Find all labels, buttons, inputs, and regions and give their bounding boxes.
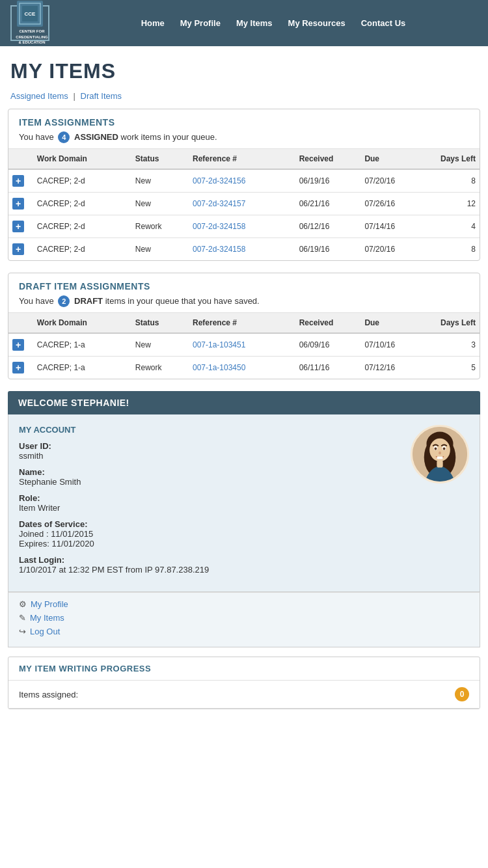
progress-section: MY ITEM WRITING PROGRESS Items assigned:… bbox=[8, 657, 480, 709]
name-field: Name: Stephanie Smith bbox=[19, 467, 400, 487]
expand-button-draft[interactable]: + bbox=[12, 339, 24, 351]
dos-label: Dates of Service: bbox=[19, 519, 400, 529]
reference-link[interactable]: 007-2d-324158 bbox=[193, 222, 245, 231]
my-items-link[interactable]: ✎ My Items bbox=[19, 613, 469, 623]
days-left-cell-draft: 5 bbox=[422, 357, 480, 379]
th-due-draft: Due bbox=[360, 313, 422, 333]
account-info: MY ACCOUNT User ID: ssmith Name: Stephan… bbox=[19, 425, 400, 581]
draft-label: DRAFT bbox=[74, 296, 103, 306]
account-title: MY ACCOUNT bbox=[19, 425, 400, 435]
logo-area: CCE CENTER FORCREDENTIALING& EDUCATION bbox=[10, 5, 56, 41]
reference-cell-draft: 007-1a-103451 bbox=[189, 333, 295, 357]
draft-table-header: Work Domain Status Reference # Received … bbox=[8, 313, 480, 333]
my-profile-link[interactable]: ⚙ My Profile bbox=[19, 599, 469, 609]
assigned-section-subtitle: You have 4 ASSIGNED work items in your q… bbox=[19, 131, 469, 143]
expand-button[interactable]: + bbox=[12, 198, 24, 210]
domain-cell: CACREP; 2-d bbox=[33, 238, 131, 261]
nav-home[interactable]: Home bbox=[141, 18, 165, 28]
nav-my-resources[interactable]: My Resources bbox=[288, 18, 346, 28]
reference-link[interactable]: 007-2d-324157 bbox=[193, 199, 245, 208]
assigned-label: ASSIGNED bbox=[74, 132, 118, 142]
th-reference-draft: Reference # bbox=[189, 313, 295, 333]
breadcrumb-assigned-items[interactable]: Assigned Items bbox=[10, 91, 68, 101]
th-plus bbox=[8, 149, 33, 169]
assigned-items-table: Work Domain Status Reference # Received … bbox=[8, 149, 480, 260]
status-cell: New bbox=[131, 193, 189, 215]
reference-cell: 007-2d-324156 bbox=[189, 169, 295, 193]
expand-button[interactable]: + bbox=[12, 243, 24, 255]
reference-link[interactable]: 007-2d-324158 bbox=[193, 245, 245, 254]
th-work-domain-draft: Work Domain bbox=[33, 313, 131, 333]
role-field: Role: Item Writer bbox=[19, 493, 400, 513]
draft-table-row: + CACREP; 1-a Rework 007-1a-103450 06/11… bbox=[8, 357, 480, 379]
svg-point-11 bbox=[443, 448, 446, 450]
domain-cell: CACREP; 2-d bbox=[33, 193, 131, 215]
svg-rect-13 bbox=[437, 457, 442, 459]
breadcrumb-draft-items[interactable]: Draft Items bbox=[81, 91, 122, 101]
svg-point-12 bbox=[439, 452, 441, 455]
breadcrumb: Assigned Items | Draft Items bbox=[0, 88, 488, 109]
draft-section-title: DRAFT ITEM ASSIGNMENTS bbox=[19, 281, 469, 292]
main-content: ITEM ASSIGNMENTS You have 4 ASSIGNED wor… bbox=[0, 109, 488, 379]
assigned-items-section: ITEM ASSIGNMENTS You have 4 ASSIGNED wor… bbox=[8, 109, 480, 261]
th-reference: Reference # bbox=[189, 149, 295, 169]
name-value: Stephanie Smith bbox=[19, 477, 400, 487]
user-id-field: User ID: ssmith bbox=[19, 441, 400, 461]
expand-button[interactable]: + bbox=[12, 175, 24, 187]
nav-contact-us[interactable]: Contact Us bbox=[361, 18, 406, 28]
due-cell: 07/20/16 bbox=[360, 238, 422, 261]
reference-link-draft[interactable]: 007-1a-103451 bbox=[193, 340, 245, 349]
draft-items-section: DRAFT ITEM ASSIGNMENTS You have 2 DRAFT … bbox=[8, 273, 480, 379]
progress-title: MY ITEM WRITING PROGRESS bbox=[8, 657, 480, 681]
days-left-cell: 8 bbox=[422, 238, 480, 261]
svg-point-10 bbox=[435, 448, 437, 450]
draft-section-header: DRAFT ITEM ASSIGNMENTS You have 2 DRAFT … bbox=[8, 273, 480, 313]
received-cell-draft: 06/11/16 bbox=[295, 357, 361, 379]
assigned-table-header: Work Domain Status Reference # Received … bbox=[8, 149, 480, 169]
reference-link[interactable]: 007-2d-324156 bbox=[193, 176, 245, 185]
expand-button-draft[interactable]: + bbox=[12, 362, 24, 373]
due-cell: 07/20/16 bbox=[360, 169, 422, 193]
draft-table-row: + CACREP; 1-a New 007-1a-103451 06/09/16… bbox=[8, 333, 480, 357]
logout-link[interactable]: ↪ Log Out bbox=[19, 627, 469, 636]
breadcrumb-separator: | bbox=[74, 91, 75, 101]
account-block: MY ACCOUNT User ID: ssmith Name: Stephan… bbox=[8, 414, 480, 647]
welcome-banner: WELCOME STEPHANIE! bbox=[8, 391, 480, 414]
plus-cell: + bbox=[8, 238, 33, 261]
role-label: Role: bbox=[19, 493, 400, 503]
due-cell: 07/14/16 bbox=[360, 215, 422, 238]
account-links: ⚙ My Profile ✎ My Items ↪ Log Out bbox=[8, 592, 480, 647]
days-left-cell: 12 bbox=[422, 193, 480, 215]
logo-box: CCE CENTER FORCREDENTIALING& EDUCATION bbox=[10, 5, 49, 41]
welcome-text: WELCOME STEPHANIE! bbox=[18, 398, 129, 408]
th-status-draft: Status bbox=[131, 313, 189, 333]
plus-cell: + bbox=[8, 169, 33, 193]
plus-cell: + bbox=[8, 193, 33, 215]
reference-link-draft[interactable]: 007-1a-103450 bbox=[193, 363, 245, 372]
last-login-field: Last Login: 1/10/2017 at 12:32 PM EST fr… bbox=[19, 555, 400, 575]
items-assigned-value: 0 bbox=[455, 687, 469, 701]
logo-icon: CCE bbox=[17, 1, 43, 27]
role-value: Item Writer bbox=[19, 503, 400, 513]
days-left-cell-draft: 3 bbox=[422, 333, 480, 357]
name-label: Name: bbox=[19, 467, 400, 477]
domain-cell-draft: CACREP; 1-a bbox=[33, 357, 131, 379]
avatar bbox=[411, 425, 469, 483]
th-plus-draft bbox=[8, 313, 33, 333]
th-days-left: Days Left bbox=[422, 149, 480, 169]
nav-my-items[interactable]: My Items bbox=[236, 18, 273, 28]
due-cell: 07/26/16 bbox=[360, 193, 422, 215]
status-cell-draft: Rework bbox=[131, 357, 189, 379]
last-login-value: 1/10/2017 at 12:32 PM EST from IP 97.87.… bbox=[19, 565, 400, 575]
assigned-section-header: ITEM ASSIGNMENTS You have 4 ASSIGNED wor… bbox=[8, 109, 480, 149]
header: CCE CENTER FORCREDENTIALING& EDUCATION H… bbox=[0, 0, 488, 46]
th-work-domain: Work Domain bbox=[33, 149, 131, 169]
avatar-image bbox=[413, 425, 467, 483]
expand-button[interactable]: + bbox=[12, 221, 24, 232]
user-id-label: User ID: bbox=[19, 441, 400, 451]
th-received: Received bbox=[295, 149, 361, 169]
status-cell: New bbox=[131, 238, 189, 261]
th-status: Status bbox=[131, 149, 189, 169]
reference-cell: 007-2d-324158 bbox=[189, 215, 295, 238]
nav-my-profile[interactable]: My Profile bbox=[180, 18, 221, 28]
